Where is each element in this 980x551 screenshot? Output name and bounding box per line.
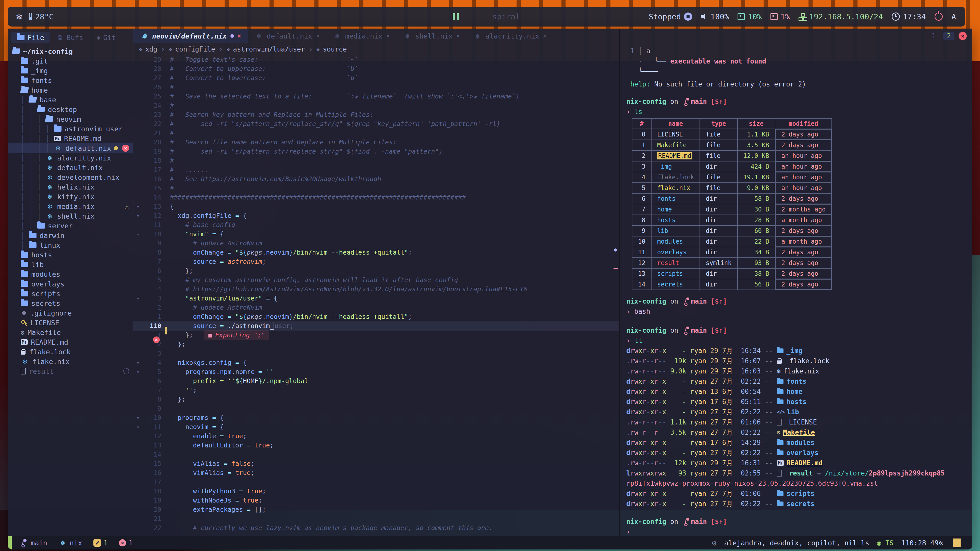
code-line[interactable]: 16 vimAlias = true; <box>133 468 619 478</box>
close-icon[interactable]: × <box>386 32 390 40</box>
power-icon[interactable] <box>935 13 943 21</box>
code-line[interactable]: 9 <box>133 404 619 413</box>
code-line[interactable]: 16# See https://astronvim.com/Basic%20Us… <box>133 175 619 184</box>
code-line[interactable]: 7 ''; <box>133 386 619 395</box>
tree-item-default.nix[interactable]: │ │ │ │ ❄default.nix× <box>8 143 133 153</box>
nixos-logo-icon[interactable]: ❄ <box>16 11 22 22</box>
code-line[interactable]: ▾4 nixpkgs.config = { <box>133 358 619 367</box>
network-widget[interactable]: 192.168.5.100/24 <box>799 12 883 21</box>
code-line[interactable]: 14 <box>133 450 619 459</box>
tree-item-.gitignore[interactable]: .gitignore <box>8 308 133 318</box>
close-icon[interactable]: × <box>543 32 546 40</box>
fold-arrow-icon[interactable]: ▾ <box>133 358 143 367</box>
code-line[interactable]: ▾11 neovim = { <box>133 422 619 432</box>
tabpage-1[interactable]: 1 <box>928 32 939 40</box>
tree-item-helix.nix[interactable]: │ │ │ ❄helix.nix <box>8 182 133 192</box>
keyboard-layout[interactable]: A <box>951 12 956 21</box>
code-line[interactable]: 2 # update AstroNvim <box>133 303 619 312</box>
tree-item-hosts[interactable]: hosts <box>8 250 133 260</box>
code-line[interactable]: 1 onChange = "${pkgs.neovim}/bin/nvim --… <box>133 312 619 321</box>
fold-arrow-icon[interactable]: ▾ <box>133 230 143 239</box>
code-line[interactable]: 24# <box>133 101 619 110</box>
temperature-widget[interactable]: 28°C <box>29 12 54 21</box>
tree-item-media.nix[interactable]: │ │ │ ❄media.nix⚠ <box>8 202 133 211</box>
code-line[interactable]: 11 # base config <box>133 221 619 230</box>
close-icon[interactable]: × <box>316 32 320 40</box>
breadcrumb-item[interactable]: ❖xdg <box>139 45 157 53</box>
code-line[interactable]: ▾5 programs.npm.npmrc = '' <box>133 367 619 376</box>
terminal-pane[interactable]: 12× 1 │ a · ╰── executable was not found… <box>620 29 972 536</box>
tree-item-modules[interactable]: modules <box>8 269 133 279</box>
buffer-tab-media.nix[interactable]: ❄media.nix× <box>326 29 396 43</box>
tree-item-base[interactable]: │ base <box>8 95 133 105</box>
code-line[interactable]: 23# Search key pattern and Replace in Mu… <box>133 110 619 119</box>
code-line[interactable]: ▾12 xdg.configFile = { <box>133 211 619 221</box>
close-icon[interactable]: × <box>122 144 129 152</box>
code-line[interactable]: ▾10 "nvim" = { <box>133 230 619 239</box>
tree-item-kitty.nix[interactable]: │ │ │ ❄kitty.nix <box>8 192 133 202</box>
tree-item-shell.nix[interactable]: │ │ │ ❄shell.nix <box>8 211 133 221</box>
code-line[interactable]: 21# <box>133 129 619 138</box>
code-line[interactable]: 19# sed -ri "s/pattern_str/replace_str/g… <box>133 147 619 156</box>
tree-item-home[interactable]: home <box>8 85 133 95</box>
fold-arrow-icon[interactable]: ▾ <box>133 413 143 422</box>
code-line[interactable]: 8 onChange = "${pkgs.neovim}/bin/nvim --… <box>133 248 619 257</box>
fold-arrow-icon[interactable]: ▾ <box>133 422 143 432</box>
tree-item-flake.nix[interactable]: ❄flake.nix <box>8 357 133 366</box>
code-line[interactable]: 20# Search file name pattern and Replace… <box>133 138 619 147</box>
tree-item-flake.lock[interactable]: flake.lock <box>8 347 133 357</box>
memory-widget[interactable]: 1% <box>770 12 790 21</box>
buffer-tab-shell.nix[interactable]: ❄shell.nix× <box>396 29 466 43</box>
pause-icon[interactable] <box>453 13 459 20</box>
code-line[interactable]: 1× };■Expecting ";" <box>133 330 619 340</box>
code-line[interactable]: 13 defaultEditor = true; <box>133 441 619 450</box>
tree-item-secrets[interactable]: secrets <box>8 299 133 308</box>
clock-widget[interactable]: 17:34 <box>892 12 926 21</box>
tree-item-default.nix[interactable]: │ │ │ ❄default.nix <box>8 163 133 172</box>
tree-item-server[interactable]: │ │ server <box>8 221 133 230</box>
code-line[interactable]: 3 <box>133 349 619 358</box>
buffer-tab-default.nix[interactable]: ❄default.nix× <box>248 29 326 43</box>
code-line[interactable]: 8 }; <box>133 395 619 404</box>
code-line[interactable]: 17# ...... <box>133 165 619 175</box>
code-line[interactable]: 5 # my cusotom astronvim config, astronv… <box>133 275 619 285</box>
code-line[interactable]: 27# Convert to lowercase: `u` <box>133 73 619 83</box>
tree-item-Makefile[interactable]: ⚙Makefile <box>8 327 133 337</box>
code-line[interactable]: 17 <box>133 478 619 487</box>
tree-item-fonts[interactable]: fonts <box>8 76 133 85</box>
code-line[interactable]: 15# <box>133 184 619 193</box>
code-line[interactable]: 22 # currently we use lazy.nvim as neovi… <box>133 524 619 533</box>
tree-item-LICENSE[interactable]: LICENSE <box>8 318 133 327</box>
fold-arrow-icon[interactable]: ▾ <box>133 367 143 376</box>
code-line[interactable]: ▾13{ <box>133 202 619 211</box>
tree-item-overlays[interactable]: overlays <box>8 279 133 289</box>
code-line[interactable]: 2 }; <box>133 340 619 349</box>
code-line[interactable]: 20 extraPackages = []; <box>133 505 619 514</box>
tree-item-development.nix[interactable]: │ │ │ ❄development.nix <box>8 172 133 182</box>
tree-item-darwin[interactable]: │ darwin <box>8 230 133 240</box>
code-line[interactable]: 4 # https://github.com/AstroNvim/AstroNv… <box>133 285 619 294</box>
tree-item-desktop[interactable]: │ │ desktop <box>8 105 133 114</box>
code-line[interactable]: 28# Convert to uppercase: `U` <box>133 64 619 73</box>
breadcrumb-item[interactable]: ❖configFile <box>169 45 215 53</box>
code-line[interactable]: 22# sed -ri "s/pattern_str/replace_str/g… <box>133 119 619 129</box>
code-line[interactable]: 7 source = astronvim; <box>133 257 619 266</box>
tree-item-.git[interactable]: .git <box>8 56 133 66</box>
code-line[interactable]: 21 <box>133 514 619 524</box>
tree-item-result[interactable]: result <box>8 366 133 376</box>
tree-item-neovim[interactable]: │ │ │ neovim <box>8 114 133 124</box>
code-line[interactable]: ▾10 programs = { <box>133 413 619 422</box>
close-icon[interactable]: × <box>959 32 967 40</box>
code-line[interactable]: ▾3 "astronvim/lua/user" = { <box>133 294 619 303</box>
sidebar-tab-file[interactable]: File <box>11 32 50 43</box>
fold-arrow-icon[interactable]: ▾ <box>133 294 143 303</box>
tree-item-linux[interactable]: │ linux <box>8 240 133 250</box>
code-line[interactable]: 26# <box>133 83 619 92</box>
fold-arrow-icon[interactable]: ▾ <box>133 211 143 221</box>
code-line[interactable]: 12 enable = true; <box>133 432 619 441</box>
code-line[interactable]: 9 # update AstroNvim <box>133 239 619 248</box>
code-line[interactable]: 15 viAlias = false; <box>133 459 619 468</box>
code-area[interactable]: 29# Toggle text's case: `~`28# Convert t… <box>133 55 619 536</box>
tree-item-README.md[interactable]: │ │ │ │ M↓README.md <box>8 134 133 143</box>
fold-arrow-icon[interactable]: ▾ <box>133 202 143 211</box>
